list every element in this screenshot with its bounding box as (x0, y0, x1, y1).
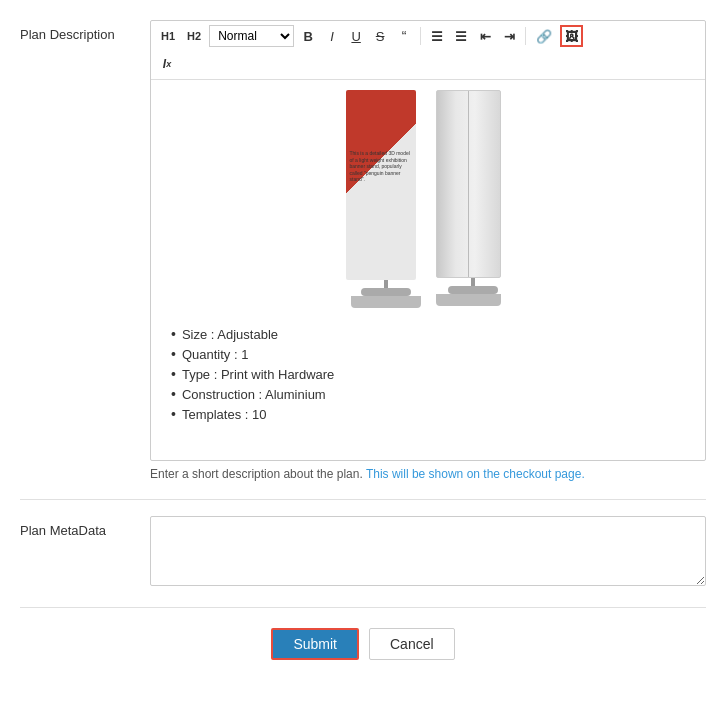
plan-description-row: Plan Description H1 H2 Normal Heading 1 … (20, 20, 706, 481)
indent-right-button[interactable]: ⇥ (499, 25, 519, 47)
spec-quantity: Quantity : 1 (171, 346, 695, 362)
separator-2 (525, 27, 526, 45)
plan-metadata-row: Plan MetaData (20, 516, 706, 589)
plan-metadata-label: Plan MetaData (20, 516, 150, 540)
plan-description-field: H1 H2 Normal Heading 1 Heading 2 Heading… (150, 20, 706, 481)
plan-metadata-field (150, 516, 706, 589)
h2-button[interactable]: H2 (183, 25, 205, 47)
cancel-button[interactable]: Cancel (369, 628, 455, 660)
indent-left-button[interactable]: ⇤ (475, 25, 495, 47)
clear-format-button[interactable]: Ix (157, 53, 177, 75)
hint-text: Enter a short description about the plan… (150, 467, 706, 481)
rich-text-editor: H1 H2 Normal Heading 1 Heading 2 Heading… (150, 20, 706, 461)
hint-link: This will be shown on the checkout page. (366, 467, 585, 481)
h1-button[interactable]: H1 (157, 25, 179, 47)
submit-button[interactable]: Submit (271, 628, 359, 660)
product-specs-list: Size : Adjustable Quantity : 1 Type : Pr… (171, 326, 695, 422)
underline-button[interactable]: U (346, 25, 366, 47)
metadata-label-text: Plan MetaData (20, 523, 106, 538)
divider-1 (20, 499, 706, 500)
spec-construction: Construction : Aluminium (171, 386, 695, 402)
banner-image-1: This is a detailed 3D model of a light w… (346, 90, 426, 310)
form-buttons: Submit Cancel (20, 628, 706, 660)
plan-description-label: Plan Description (20, 20, 150, 44)
link-button[interactable]: 🔗 (532, 25, 556, 47)
ordered-list-button[interactable]: ☰ (427, 25, 447, 47)
editor-toolbar: H1 H2 Normal Heading 1 Heading 2 Heading… (151, 21, 705, 80)
separator-1 (420, 27, 421, 45)
strikethrough-button[interactable]: S (370, 25, 390, 47)
spec-type: Type : Print with Hardware (171, 366, 695, 382)
italic-button[interactable]: I (322, 25, 342, 47)
image-button[interactable]: 🖼 (560, 25, 583, 47)
format-select[interactable]: Normal Heading 1 Heading 2 Heading 3 (209, 25, 294, 47)
metadata-textarea[interactable] (150, 516, 706, 586)
banner-text-overlay: This is a detailed 3D model of a light w… (350, 150, 412, 183)
banner-images: This is a detailed 3D model of a light w… (161, 90, 695, 310)
editor-content-area[interactable]: This is a detailed 3D model of a light w… (151, 80, 705, 460)
spec-templates: Templates : 10 (171, 406, 695, 422)
spec-size: Size : Adjustable (171, 326, 695, 342)
quote-button[interactable]: “ (394, 25, 414, 47)
divider-2 (20, 607, 706, 608)
bold-button[interactable]: B (298, 25, 318, 47)
label-text: Plan Description (20, 27, 115, 42)
banner-image-2 (436, 90, 511, 310)
unordered-list-button[interactable]: ☰ (451, 25, 471, 47)
